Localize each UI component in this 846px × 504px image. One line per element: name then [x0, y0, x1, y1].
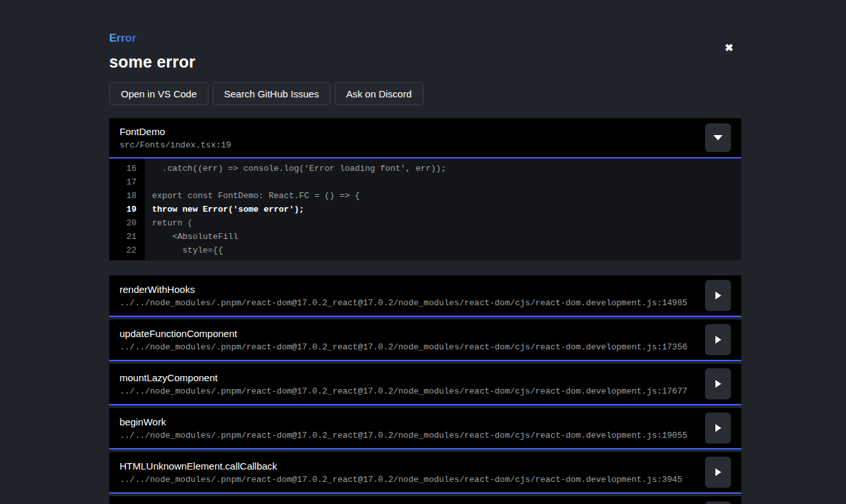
stack-frame: updateFunctionComponent ../../node_modul… — [109, 320, 741, 361]
line-code: .catch((err) => console.log('Error loadi… — [145, 162, 741, 175]
expand-frame-button[interactable] — [705, 324, 731, 355]
code-line: 18 export const FontDemo: React.FC = () … — [109, 189, 741, 203]
code-line: 17 — [109, 175, 741, 189]
expand-frame-button[interactable] — [705, 457, 731, 488]
close-icon: ✖ — [724, 42, 733, 54]
stack-location: ../../node_modules/.pnpm/react-dom@17.0.… — [120, 342, 687, 352]
stack-frame-partial — [109, 496, 741, 504]
error-message: some error — [109, 53, 741, 71]
expand-frame-button[interactable] — [705, 501, 731, 504]
stack-location: ../../node_modules/.pnpm/react-dom@17.0.… — [120, 298, 687, 308]
code-line: 16 .catch((err) => console.log('Error lo… — [109, 162, 741, 175]
expand-frame-button[interactable] — [705, 368, 731, 399]
expand-frame-button[interactable] — [705, 412, 731, 444]
stack-frame: mountLazyComponent ../../node_modules/.p… — [109, 364, 741, 405]
code-line: 21 <AbsoluteFill — [109, 230, 741, 244]
line-number: 19 — [109, 203, 145, 216]
line-code: export const FontDemo: React.FC = () => … — [145, 189, 741, 203]
code-line: 20 return ( — [109, 216, 741, 230]
line-number: 18 — [109, 189, 145, 203]
frame-function-name: FontDemo — [120, 126, 231, 137]
stack-function-name: renderWithHooks — [120, 284, 687, 295]
stack-location: ../../node_modules/.pnpm/react-dom@17.0.… — [120, 431, 687, 440]
stack-function-name: updateFunctionComponent — [120, 328, 687, 339]
chevron-down-icon — [713, 135, 723, 140]
code-frame: FontDemo src/Fonts/index.tsx:19 16 .catc… — [109, 118, 741, 260]
line-number: 22 — [109, 244, 145, 257]
stack-location: ../../node_modules/.pnpm/react-dom@17.0.… — [120, 475, 682, 485]
triangle-right-icon — [715, 292, 721, 299]
triangle-right-icon — [715, 380, 721, 388]
code-line: 22 style={{ — [109, 244, 741, 257]
line-code: throw new Error('some error'); — [145, 203, 741, 216]
stack-function-name: mountLazyComponent — [120, 372, 687, 383]
line-code — [145, 175, 741, 189]
triangle-right-icon — [715, 424, 721, 432]
collapse-frame-button[interactable] — [705, 123, 731, 152]
frame-location: src/Fonts/index.tsx:19 — [120, 140, 231, 150]
triangle-right-icon — [715, 468, 721, 476]
line-code: return ( — [145, 216, 741, 230]
code-lines: 16 .catch((err) => console.log('Error lo… — [109, 158, 741, 260]
triangle-right-icon — [715, 336, 721, 344]
line-number: 17 — [109, 175, 145, 189]
ask-on-discord-button[interactable]: Ask on Discord — [335, 82, 424, 105]
error-overlay: ✖ Error some error Open in VS Code Searc… — [109, 0, 741, 504]
line-code: <AbsoluteFill — [145, 230, 741, 244]
code-frame-header: FontDemo src/Fonts/index.tsx:19 — [109, 118, 741, 158]
stack-frame-list: renderWithHooks ../../node_modules/.pnpm… — [109, 275, 741, 504]
stack-location: ../../node_modules/.pnpm/react-dom@17.0.… — [120, 386, 687, 396]
line-code: style={{ — [145, 244, 741, 257]
stack-frame: HTMLUnknownElement.callCallback ../../no… — [109, 452, 741, 494]
line-number: 21 — [109, 230, 145, 244]
stack-function-name: beginWork — [120, 416, 687, 427]
search-github-issues-button[interactable]: Search GitHub Issues — [212, 82, 331, 105]
line-number: 20 — [109, 216, 145, 230]
expand-frame-button[interactable] — [705, 280, 731, 311]
stack-frame: beginWork ../../node_modules/.pnpm/react… — [109, 408, 741, 449]
stack-frame: renderWithHooks ../../node_modules/.pnpm… — [109, 275, 741, 317]
action-buttons: Open in VS Code Search GitHub Issues Ask… — [109, 82, 741, 105]
close-button[interactable]: ✖ — [722, 40, 736, 55]
stack-function-name: HTMLUnknownElement.callCallback — [120, 460, 682, 472]
open-in-vscode-button[interactable]: Open in VS Code — [109, 82, 209, 105]
code-line: 19 throw new Error('some error'); — [109, 203, 741, 216]
line-number: 16 — [109, 162, 145, 175]
error-type-label: Error — [109, 32, 136, 45]
